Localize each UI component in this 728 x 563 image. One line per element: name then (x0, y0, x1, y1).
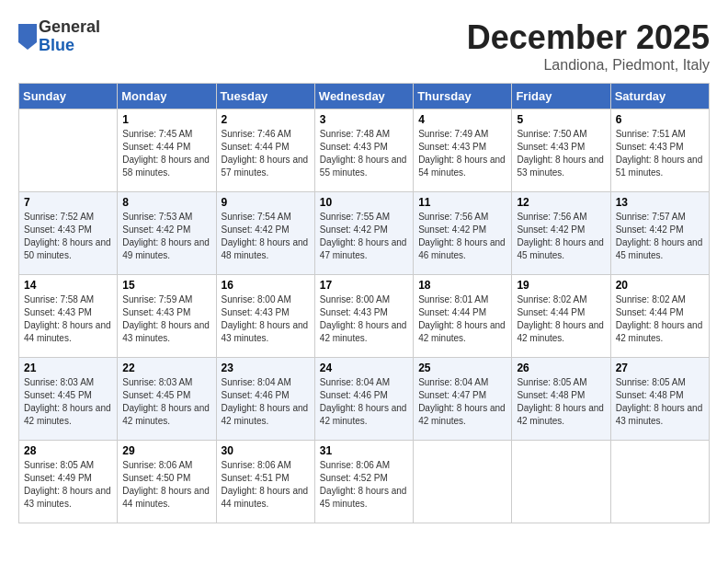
day-info: Sunrise: 7:55 AMSunset: 4:42 PMDaylight:… (320, 211, 408, 262)
calendar-cell: 24 Sunrise: 8:04 AMSunset: 4:46 PMDaylig… (314, 358, 413, 441)
day-info: Sunrise: 8:02 AMSunset: 4:44 PMDaylight:… (616, 293, 704, 345)
day-number: 9 (222, 196, 310, 209)
day-number: 2 (222, 113, 310, 126)
calendar-cell: 11 Sunrise: 7:56 AMSunset: 4:42 PMDaylig… (414, 192, 512, 275)
day-info: Sunrise: 8:04 AMSunset: 4:46 PMDaylight:… (222, 376, 310, 428)
day-info: Sunrise: 7:54 AMSunset: 4:42 PMDaylight:… (222, 211, 310, 262)
logo-blue: Blue (39, 37, 100, 55)
day-info: Sunrise: 8:04 AMSunset: 4:47 PMDaylight:… (418, 376, 506, 428)
calendar-cell: 4 Sunrise: 7:49 AMSunset: 4:43 PMDayligh… (414, 109, 512, 192)
day-number: 26 (517, 362, 605, 374)
title-block: December 2025 Landiona, Piedmont, Italy (467, 18, 710, 74)
calendar-week-2: 7 Sunrise: 7:52 AMSunset: 4:43 PMDayligh… (19, 192, 710, 275)
col-friday: Friday (512, 84, 610, 109)
calendar-cell: 16 Sunrise: 8:00 AMSunset: 4:43 PMDaylig… (216, 275, 314, 358)
calendar-cell (512, 441, 610, 523)
calendar-cell: 25 Sunrise: 8:04 AMSunset: 4:47 PMDaylig… (414, 358, 512, 441)
calendar-cell: 13 Sunrise: 7:57 AMSunset: 4:42 PMDaylig… (610, 192, 709, 275)
day-number: 25 (418, 362, 506, 374)
calendar-cell: 29 Sunrise: 8:06 AMSunset: 4:50 PMDaylig… (118, 441, 216, 523)
calendar-cell: 8 Sunrise: 7:53 AMSunset: 4:42 PMDayligh… (118, 192, 216, 275)
day-info: Sunrise: 7:57 AMSunset: 4:42 PMDaylight:… (616, 211, 704, 262)
col-thursday: Thursday (414, 84, 512, 109)
col-sunday: Sunday (19, 84, 118, 109)
day-number: 23 (222, 362, 310, 374)
logo-icon (18, 24, 37, 50)
day-info: Sunrise: 8:06 AMSunset: 4:50 PMDaylight:… (122, 459, 210, 511)
calendar-cell (414, 441, 512, 523)
day-info: Sunrise: 7:56 AMSunset: 4:42 PMDaylight:… (418, 211, 506, 262)
page-header: General Blue December 2025 Landiona, Pie… (18, 18, 710, 74)
calendar-cell: 30 Sunrise: 8:06 AMSunset: 4:51 PMDaylig… (216, 441, 314, 523)
calendar-week-4: 21 Sunrise: 8:03 AMSunset: 4:45 PMDaylig… (19, 358, 710, 441)
day-info: Sunrise: 7:50 AMSunset: 4:43 PMDaylight:… (517, 128, 605, 179)
calendar-cell: 28 Sunrise: 8:05 AMSunset: 4:49 PMDaylig… (19, 441, 118, 523)
calendar-cell: 31 Sunrise: 8:06 AMSunset: 4:52 PMDaylig… (314, 441, 413, 523)
day-number: 11 (418, 196, 506, 209)
day-number: 5 (517, 113, 605, 126)
day-number: 24 (320, 362, 408, 374)
day-number: 22 (122, 362, 210, 374)
day-info: Sunrise: 8:01 AMSunset: 4:44 PMDaylight:… (418, 293, 506, 345)
day-info: Sunrise: 7:51 AMSunset: 4:43 PMDaylight:… (616, 128, 704, 179)
location: Landiona, Piedmont, Italy (467, 57, 710, 74)
day-info: Sunrise: 8:03 AMSunset: 4:45 PMDaylight:… (24, 376, 112, 428)
month-title: December 2025 (467, 18, 710, 57)
day-info: Sunrise: 8:04 AMSunset: 4:46 PMDaylight:… (320, 376, 408, 428)
calendar-cell (19, 109, 118, 192)
logo-general: General (39, 18, 100, 37)
day-number: 30 (222, 444, 310, 457)
calendar-cell: 3 Sunrise: 7:48 AMSunset: 4:43 PMDayligh… (314, 109, 413, 192)
day-info: Sunrise: 8:00 AMSunset: 4:43 PMDaylight:… (320, 293, 408, 345)
day-number: 14 (24, 279, 112, 292)
day-info: Sunrise: 8:00 AMSunset: 4:43 PMDaylight:… (222, 293, 310, 345)
calendar-cell: 21 Sunrise: 8:03 AMSunset: 4:45 PMDaylig… (19, 358, 118, 441)
day-number: 16 (222, 279, 310, 292)
day-info: Sunrise: 8:02 AMSunset: 4:44 PMDaylight:… (517, 293, 605, 345)
day-number: 28 (24, 444, 112, 457)
day-number: 4 (418, 113, 506, 126)
day-info: Sunrise: 7:49 AMSunset: 4:43 PMDaylight:… (418, 128, 506, 179)
day-info: Sunrise: 7:52 AMSunset: 4:43 PMDaylight:… (24, 211, 112, 262)
calendar-cell: 1 Sunrise: 7:45 AMSunset: 4:44 PMDayligh… (118, 109, 216, 192)
day-info: Sunrise: 8:05 AMSunset: 4:48 PMDaylight:… (517, 376, 605, 428)
day-number: 29 (122, 444, 210, 457)
day-number: 20 (616, 279, 704, 292)
day-info: Sunrise: 7:48 AMSunset: 4:43 PMDaylight:… (320, 128, 408, 179)
col-monday: Monday (118, 84, 216, 109)
day-number: 7 (24, 196, 112, 209)
logo-text: General Blue (39, 18, 100, 55)
calendar-cell: 27 Sunrise: 8:05 AMSunset: 4:48 PMDaylig… (610, 358, 709, 441)
day-number: 15 (122, 279, 210, 292)
calendar-cell: 7 Sunrise: 7:52 AMSunset: 4:43 PMDayligh… (19, 192, 118, 275)
day-info: Sunrise: 8:03 AMSunset: 4:45 PMDaylight:… (122, 376, 210, 428)
calendar-header-row: Sunday Monday Tuesday Wednesday Thursday… (19, 84, 710, 109)
day-number: 18 (418, 279, 506, 292)
calendar-cell: 5 Sunrise: 7:50 AMSunset: 4:43 PMDayligh… (512, 109, 610, 192)
day-info: Sunrise: 8:06 AMSunset: 4:51 PMDaylight:… (222, 459, 310, 511)
day-number: 10 (320, 196, 408, 209)
day-number: 13 (616, 196, 704, 209)
calendar-cell (610, 441, 709, 523)
logo: General Blue (18, 18, 100, 55)
calendar-cell: 9 Sunrise: 7:54 AMSunset: 4:42 PMDayligh… (216, 192, 314, 275)
col-saturday: Saturday (610, 84, 709, 109)
day-info: Sunrise: 8:06 AMSunset: 4:52 PMDaylight:… (320, 459, 408, 511)
col-tuesday: Tuesday (216, 84, 314, 109)
day-number: 21 (24, 362, 112, 374)
day-number: 12 (517, 196, 605, 209)
day-number: 3 (320, 113, 408, 126)
calendar-week-5: 28 Sunrise: 8:05 AMSunset: 4:49 PMDaylig… (19, 441, 710, 523)
day-info: Sunrise: 7:45 AMSunset: 4:44 PMDaylight:… (122, 128, 210, 179)
day-number: 1 (122, 113, 210, 126)
day-info: Sunrise: 8:05 AMSunset: 4:49 PMDaylight:… (24, 459, 112, 511)
day-info: Sunrise: 7:59 AMSunset: 4:43 PMDaylight:… (122, 293, 210, 345)
calendar-cell: 17 Sunrise: 8:00 AMSunset: 4:43 PMDaylig… (314, 275, 413, 358)
calendar-cell: 2 Sunrise: 7:46 AMSunset: 4:44 PMDayligh… (216, 109, 314, 192)
day-number: 31 (320, 444, 408, 457)
day-number: 8 (122, 196, 210, 209)
calendar-cell: 14 Sunrise: 7:58 AMSunset: 4:43 PMDaylig… (19, 275, 118, 358)
day-info: Sunrise: 8:05 AMSunset: 4:48 PMDaylight:… (616, 376, 704, 428)
day-info: Sunrise: 7:46 AMSunset: 4:44 PMDaylight:… (222, 128, 310, 179)
calendar-cell: 22 Sunrise: 8:03 AMSunset: 4:45 PMDaylig… (118, 358, 216, 441)
